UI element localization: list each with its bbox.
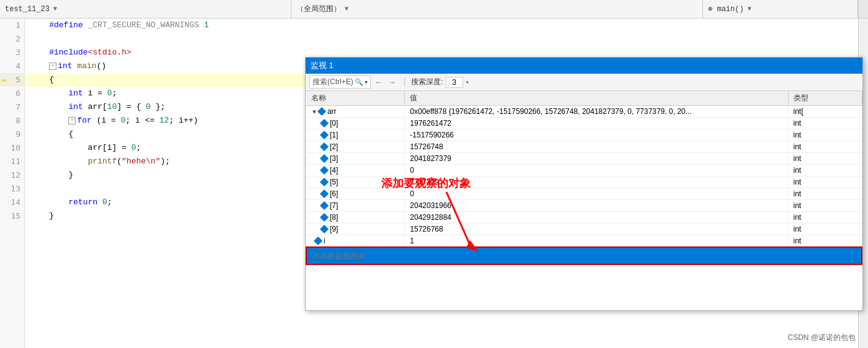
collapse-box-8[interactable]: − xyxy=(68,117,76,124)
var-icon xyxy=(320,225,329,233)
var-icon xyxy=(320,189,329,198)
watch-row-name: [0] xyxy=(306,118,405,129)
line-6: 6 xyxy=(0,87,24,100)
watch-row-name: [4] xyxy=(306,165,405,176)
scrollbar-area[interactable] xyxy=(858,0,868,18)
table-row[interactable]: [6] 0 int xyxy=(306,188,862,200)
watch-row-value: 2041827379 xyxy=(405,153,788,165)
table-row[interactable]: [8] 2042912884 int xyxy=(306,212,862,224)
watch-row-type: int xyxy=(788,224,862,235)
line-7: 7 xyxy=(0,100,24,114)
search-icon: 🔍 xyxy=(355,78,363,86)
expand-arrow[interactable]: ▼ xyxy=(311,108,317,115)
add-watch-input[interactable] xyxy=(312,251,856,260)
watch-row-name: ▼ arr xyxy=(306,106,405,118)
line-8: 8 xyxy=(0,114,24,128)
scope-selector-arrow: ▼ xyxy=(345,6,348,12)
watch-row-type: int xyxy=(788,200,862,212)
table-row[interactable]: [4] 0 int xyxy=(306,165,862,176)
watch-row-value: 0x00eff878 {1976261472, -1517590266, 157… xyxy=(405,106,788,118)
scope-selector-label: （全局范围） xyxy=(296,4,341,14)
watch-table-container[interactable]: 名称 值 类型 ▼ arr xyxy=(306,91,862,310)
var-icon xyxy=(320,142,329,151)
watch-row-value: 2042031966 xyxy=(405,200,788,212)
var-icon xyxy=(320,178,329,186)
file-selector-label: test_11_23 xyxy=(5,5,50,14)
table-row[interactable]: [1] -1517590266 int xyxy=(306,129,862,141)
search-depth-input[interactable] xyxy=(446,77,463,88)
watch-row-name: [8] xyxy=(306,212,405,224)
watch-row-type: int xyxy=(788,165,862,176)
watch-row-type: int xyxy=(788,129,862,141)
watch-row-value: 15726748 xyxy=(405,141,788,153)
col-header-type: 类型 xyxy=(788,91,862,106)
line-12: 12 xyxy=(0,168,24,182)
watch-row-type: int xyxy=(788,188,862,200)
watch-row-type: int xyxy=(788,212,862,224)
watch-row-value: -1517590266 xyxy=(405,129,788,141)
watch-row-type: int xyxy=(788,118,862,129)
line-11: 11 xyxy=(0,155,24,168)
watch-row-name: [5] xyxy=(306,176,405,188)
var-icon xyxy=(320,213,329,222)
line-5: ⇒ 5 xyxy=(0,73,24,87)
depth-dropdown-arrow[interactable]: ▾ xyxy=(466,79,469,86)
table-row[interactable]: [9] 15726768 int xyxy=(306,224,862,235)
code-line-2 xyxy=(25,32,868,46)
func-selector[interactable]: ⊕ main() ▼ xyxy=(703,0,858,18)
watch-search-box[interactable]: 搜索(Ctrl+E) 🔍 ▾ xyxy=(309,76,371,89)
collapse-box-4[interactable]: − xyxy=(49,63,56,70)
search-label: 搜索(Ctrl+E) xyxy=(312,77,353,87)
line-13: 13 xyxy=(0,182,24,196)
table-row[interactable]: [5] 7737379 int xyxy=(306,176,862,188)
var-icon xyxy=(314,237,322,245)
search-dropdown-arrow[interactable]: ▾ xyxy=(365,79,368,85)
line-14: 14 xyxy=(0,196,24,209)
watch-row-value: 7737379 xyxy=(405,176,788,188)
table-row[interactable]: [2] 15726748 int xyxy=(306,141,862,153)
watch-row-value: 0 xyxy=(405,165,788,176)
add-watch-row[interactable] xyxy=(306,247,862,264)
toolbar-separator: | xyxy=(402,77,408,88)
nav-forward-button[interactable]: → xyxy=(387,77,398,88)
var-icon xyxy=(320,154,329,163)
execution-arrow: ⇒ xyxy=(1,73,6,87)
watch-title-bar: 监视 1 xyxy=(306,58,862,74)
line-9: 9 xyxy=(0,128,24,141)
var-icon xyxy=(320,201,329,210)
table-row[interactable]: [3] 2041827379 int xyxy=(306,153,862,165)
line-gutter: 1 2 3 4 ⇒ 5 6 7 8 9 10 11 12 13 14 15 xyxy=(0,19,25,348)
scope-selector[interactable]: （全局范围） ▼ xyxy=(291,0,703,18)
watch-row-value: 1 xyxy=(405,235,788,248)
table-row[interactable]: ▼ arr 0x00eff878 {1976261472, -151759026… xyxy=(306,106,862,118)
watermark: CSDN @诺诺的包包 xyxy=(787,333,856,343)
code-line-1: #define _CRT_SECURE_NO_WARNINGS 1 xyxy=(25,19,868,32)
var-icon xyxy=(320,131,329,139)
table-row[interactable]: [7] 2042031966 int xyxy=(306,200,862,212)
line-2: 2 xyxy=(0,32,24,46)
watch-table: 名称 值 类型 ▼ arr xyxy=(306,91,862,265)
watch-row-type: int[ xyxy=(788,106,862,118)
watch-row-name: [1] xyxy=(306,129,405,141)
watch-row-type: int xyxy=(788,235,862,248)
add-watch-input-cell[interactable] xyxy=(306,247,862,264)
top-bar: test_11_23 ▼ （全局范围） ▼ ⊕ main() ▼ xyxy=(0,0,868,19)
watch-row-value: 0 xyxy=(405,188,788,200)
table-row[interactable]: [0] 1976261472 int xyxy=(306,118,862,129)
table-row[interactable]: i 1 int xyxy=(306,235,862,248)
watch-title: 监视 1 xyxy=(311,61,334,70)
watch-toolbar: 搜索(Ctrl+E) 🔍 ▾ ← → | 搜索深度: ▾ xyxy=(306,74,862,91)
watch-row-name: [3] xyxy=(306,153,405,165)
col-header-value: 值 xyxy=(405,91,788,106)
func-selector-arrow: ▼ xyxy=(748,6,751,12)
line-15: 15 xyxy=(0,209,24,223)
var-icon xyxy=(317,107,326,116)
watch-panel: 监视 1 搜索(Ctrl+E) 🔍 ▾ ← → | 搜索深度: ▾ 名称 值 xyxy=(305,57,863,311)
editor-area: 1 2 3 4 ⇒ 5 6 7 8 9 10 11 12 13 14 15 #d… xyxy=(0,19,868,348)
watch-row-name: [2] xyxy=(306,141,405,153)
watch-row-type: int xyxy=(788,153,862,165)
line-1: 1 xyxy=(0,19,24,32)
nav-back-button[interactable]: ← xyxy=(373,77,384,88)
file-selector[interactable]: test_11_23 ▼ xyxy=(0,0,291,18)
col-header-name: 名称 xyxy=(306,91,405,106)
